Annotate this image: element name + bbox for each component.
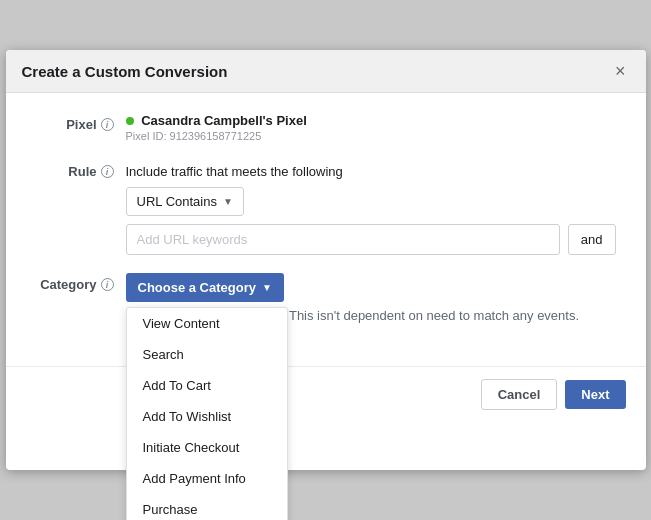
modal-footer: Cancel Next (6, 366, 646, 422)
url-keyword-input[interactable] (126, 224, 560, 255)
pixel-name-row: Casandra Campbell's Pixel (126, 113, 616, 128)
pixel-label: Pixel i (36, 113, 126, 132)
modal-header: Create a Custom Conversion × (6, 50, 646, 93)
cancel-button[interactable]: Cancel (481, 379, 558, 410)
category-label: Category i (36, 273, 126, 292)
modal-title: Create a Custom Conversion (22, 63, 228, 80)
category-info-icon: i (101, 278, 114, 291)
rule-row: Rule i Include traffic that meets the fo… (36, 160, 616, 255)
rule-content: Include traffic that meets the following… (126, 160, 616, 255)
url-contains-arrow-icon: ▼ (223, 196, 233, 207)
category-arrow-icon: ▼ (262, 282, 272, 293)
category-item-add-payment-info[interactable]: Add Payment Info (127, 463, 288, 494)
category-row: Category i Choose a Category ▼ View Cont… (36, 273, 616, 326)
category-item-purchase[interactable]: Purchase (127, 494, 288, 520)
rule-label: Rule i (36, 160, 126, 179)
pixel-id: Pixel ID: 912396158771225 (126, 130, 616, 142)
category-content: Choose a Category ▼ View Content Search … (126, 273, 616, 326)
pixel-status-indicator (126, 117, 134, 125)
url-input-row: and (126, 224, 616, 255)
pixel-row: Pixel i Casandra Campbell's Pixel Pixel … (36, 113, 616, 142)
modal-body: Pixel i Casandra Campbell's Pixel Pixel … (6, 93, 646, 356)
pixel-info-icon: i (101, 118, 114, 131)
category-item-add-to-wishlist[interactable]: Add To Wishlist (127, 401, 288, 432)
url-contains-button[interactable]: URL Contains ▼ (126, 187, 244, 216)
close-button[interactable]: × (611, 62, 630, 80)
category-item-add-to-cart[interactable]: Add To Cart (127, 370, 288, 401)
rule-description: Include traffic that meets the following (126, 160, 616, 179)
choose-category-button[interactable]: Choose a Category ▼ (126, 273, 284, 302)
pixel-content: Casandra Campbell's Pixel Pixel ID: 9123… (126, 113, 616, 142)
rule-info-icon: i (101, 165, 114, 178)
pixel-name: Casandra Campbell's Pixel (141, 113, 307, 128)
category-dropdown: View Content Search Add To Cart Add To W… (126, 307, 289, 520)
create-custom-conversion-modal: Create a Custom Conversion × Pixel i Cas… (6, 50, 646, 470)
next-button[interactable]: Next (565, 380, 625, 409)
and-button[interactable]: and (568, 224, 616, 255)
category-item-view-content[interactable]: View Content (127, 308, 288, 339)
category-item-initiate-checkout[interactable]: Initiate Checkout (127, 432, 288, 463)
category-item-search[interactable]: Search (127, 339, 288, 370)
